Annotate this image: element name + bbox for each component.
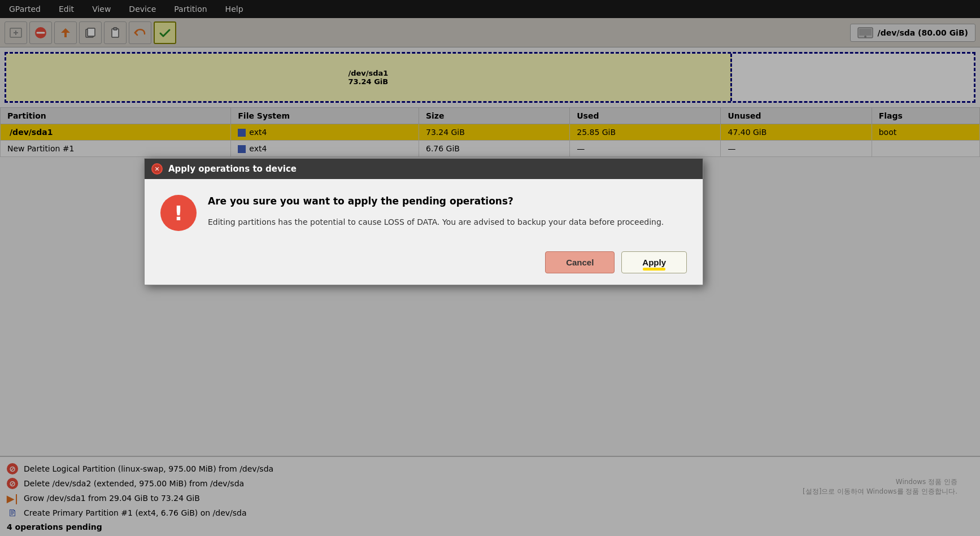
dialog-body: ! Are you sure you want to apply the pen… [145, 179, 703, 242]
dialog-warning-text: Editing partitions has the potential to … [208, 216, 687, 228]
dialog-buttons: Cancel Apply [145, 242, 703, 285]
dialog-overlay: ✕ Apply operations to device ! Are you s… [0, 0, 980, 536]
dialog-main-question: Are you sure you want to apply the pendi… [208, 195, 687, 208]
warning-icon: ! [160, 195, 197, 231]
dialog: ✕ Apply operations to device ! Are you s… [144, 158, 703, 285]
dialog-close-button[interactable]: ✕ [151, 163, 163, 175]
dialog-text-area: Are you sure you want to apply the pendi… [208, 195, 687, 228]
dialog-titlebar: ✕ Apply operations to device [145, 159, 703, 179]
dialog-title: Apply operations to device [168, 164, 297, 174]
cancel-button[interactable]: Cancel [545, 251, 615, 273]
apply-confirm-button[interactable]: Apply [621, 251, 687, 273]
